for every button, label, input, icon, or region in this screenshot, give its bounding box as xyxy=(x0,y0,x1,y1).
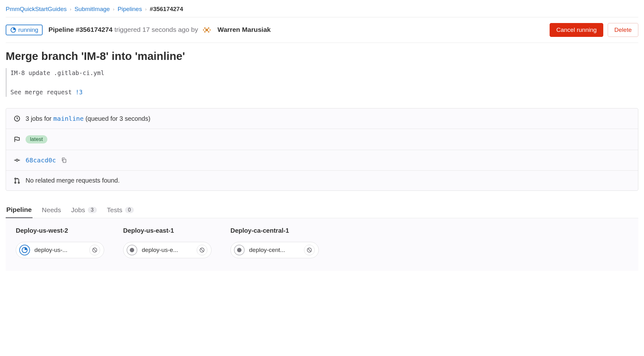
commit-icon xyxy=(14,157,21,164)
cancel-icon xyxy=(92,247,98,253)
svg-rect-7 xyxy=(210,29,211,31)
user-link[interactable]: Warren Marusiak xyxy=(218,26,271,33)
tabs: Pipeline Needs Jobs 3 Tests 0 xyxy=(6,203,638,218)
stage-column: Deploy-ca-central-1 deploy-cent... xyxy=(230,227,319,258)
tab-jobs[interactable]: Jobs 3 xyxy=(70,203,97,218)
svg-rect-6 xyxy=(203,29,204,31)
stage-title: Deploy-us-east-1 xyxy=(123,227,212,234)
merge-request-icon xyxy=(14,177,21,184)
merge-request-link[interactable]: !3 xyxy=(75,89,83,96)
chevron-right-icon: › xyxy=(145,7,147,12)
commit-message: IM-8 update .gitlab-ci.yml See merge req… xyxy=(6,68,638,97)
job-pill[interactable]: deploy-us-e... xyxy=(123,242,212,258)
svg-rect-2 xyxy=(208,27,209,29)
latest-badge: latest xyxy=(26,135,47,143)
stage-title: Deploy-us-west-2 xyxy=(16,227,104,234)
delete-button[interactable]: Delete xyxy=(608,23,638,37)
identicon-icon xyxy=(202,26,211,34)
running-icon xyxy=(10,27,16,33)
svg-rect-4 xyxy=(204,31,206,32)
chevron-right-icon: › xyxy=(70,7,71,12)
svg-point-13 xyxy=(18,182,19,183)
status-label: running xyxy=(18,26,38,33)
stage-column: Deploy-us-east-1 deploy-us-e... xyxy=(123,227,212,258)
job-status-manual-icon xyxy=(127,245,137,255)
breadcrumb-item[interactable]: SubmitImage xyxy=(75,6,110,13)
jobs-count-badge: 3 xyxy=(88,207,97,213)
pipeline-label: Pipeline #356174274 xyxy=(48,26,112,33)
info-row-commit: 68cacd0c xyxy=(6,150,638,170)
commit-msg-mr-line: See merge request !3 xyxy=(10,87,638,97)
triggered-text: triggered 17 seconds ago by xyxy=(113,26,198,33)
chevron-right-icon: › xyxy=(113,7,115,12)
job-name: deploy-us-e... xyxy=(142,247,192,254)
cancel-icon xyxy=(307,247,312,253)
divider xyxy=(6,43,638,43)
tab-tests[interactable]: Tests 0 xyxy=(106,203,135,218)
job-pill[interactable]: deploy-cent... xyxy=(230,242,319,258)
svg-rect-10 xyxy=(63,159,66,163)
stage-column: Deploy-us-west-2 deploy-us-... xyxy=(16,227,104,258)
svg-rect-3 xyxy=(206,29,208,31)
svg-point-11 xyxy=(15,178,16,179)
job-name: deploy-us-... xyxy=(34,247,85,254)
info-row-latest: latest xyxy=(6,129,638,150)
pipeline-info-panel: 3 jobs for mainline (queued for 3 second… xyxy=(6,108,638,191)
branch-link[interactable]: mainline xyxy=(53,115,84,122)
cancel-icon xyxy=(199,247,205,253)
info-row-mr: No related merge requests found. xyxy=(6,170,638,190)
commit-sha-link[interactable]: 68cacd0c xyxy=(26,156,56,164)
pipeline-meta: Pipeline #356174274 triggered 17 seconds… xyxy=(48,25,271,35)
commit-msg-line: IM-8 update .gitlab-ci.yml xyxy=(10,68,638,78)
tests-count-badge: 0 xyxy=(125,207,134,213)
status-badge-running[interactable]: running xyxy=(6,25,43,35)
pipeline-header: running Pipeline #356174274 triggered 17… xyxy=(6,17,638,43)
cancel-job-button[interactable] xyxy=(304,245,315,255)
page-title: Merge branch 'IM-8' into 'mainline' xyxy=(6,50,638,62)
svg-point-12 xyxy=(15,182,16,183)
stage-title: Deploy-ca-central-1 xyxy=(230,227,319,234)
breadcrumb-current: #356174274 xyxy=(150,6,183,13)
job-pill[interactable]: deploy-us-... xyxy=(16,242,104,258)
job-status-running-icon xyxy=(19,245,30,255)
job-status-manual-icon xyxy=(234,245,245,255)
copy-icon[interactable] xyxy=(61,157,67,163)
clock-icon xyxy=(14,115,21,122)
jobs-summary: 3 jobs for mainline (queued for 3 second… xyxy=(26,115,150,122)
header-actions: Cancel running Delete xyxy=(550,23,638,37)
breadcrumb: PmmQuickStartGuides › SubmitImage › Pipe… xyxy=(6,4,638,17)
header-left: running Pipeline #356174274 triggered 17… xyxy=(6,25,271,35)
tab-pipeline[interactable]: Pipeline xyxy=(6,203,33,218)
pipeline-graph: Deploy-us-west-2 deploy-us-... Deploy-us… xyxy=(6,218,638,271)
svg-point-9 xyxy=(16,159,18,161)
avatar[interactable] xyxy=(202,25,212,35)
job-name: deploy-cent... xyxy=(249,247,300,254)
flag-icon xyxy=(14,136,21,143)
info-row-jobs: 3 jobs for mainline (queued for 3 second… xyxy=(6,108,638,129)
breadcrumb-item[interactable]: Pipelines xyxy=(118,6,142,13)
svg-rect-1 xyxy=(204,27,206,29)
no-mr-text: No related merge requests found. xyxy=(26,177,120,184)
cancel-running-button[interactable]: Cancel running xyxy=(550,23,603,37)
cancel-job-button[interactable] xyxy=(197,245,207,255)
cancel-job-button[interactable] xyxy=(89,245,100,255)
breadcrumb-item[interactable]: PmmQuickStartGuides xyxy=(6,6,67,13)
tab-needs[interactable]: Needs xyxy=(41,203,62,218)
svg-rect-5 xyxy=(208,31,209,32)
